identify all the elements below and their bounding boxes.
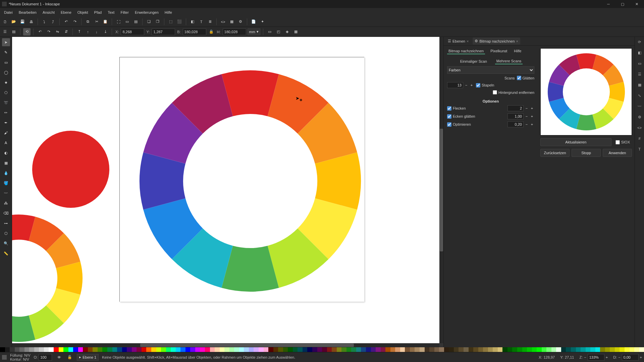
new-doc-button[interactable]: 🗋 <box>1 18 9 25</box>
palette-swatch[interactable] <box>527 347 532 352</box>
palette-swatch[interactable] <box>283 347 288 352</box>
palette-swatch[interactable] <box>610 347 615 352</box>
subtab-help[interactable]: Hilfe <box>513 48 523 54</box>
minus-icon[interactable]: − <box>464 82 469 88</box>
palette-swatch[interactable] <box>322 347 327 352</box>
palette-swatch[interactable] <box>571 347 576 352</box>
ellipse-tool[interactable]: ◯ <box>2 68 10 76</box>
palette-swatch[interactable] <box>29 347 34 352</box>
menu-pfad[interactable]: Pfad <box>92 9 105 16</box>
dock-object-icon[interactable]: ▭ <box>637 60 643 66</box>
plus-icon[interactable]: + <box>530 121 534 127</box>
palette-swatch[interactable] <box>68 347 73 352</box>
menu-text[interactable]: Text <box>105 9 117 16</box>
palette-swatch[interactable] <box>537 347 542 352</box>
palette-swatch[interactable] <box>478 347 483 352</box>
palette-swatch[interactable] <box>425 347 430 352</box>
palette-swatch[interactable] <box>317 347 322 352</box>
rotate-cw-icon[interactable]: + <box>640 355 642 359</box>
palette-swatch[interactable] <box>400 347 405 352</box>
minimize-button[interactable]: ─ <box>604 1 612 7</box>
menu-objekt[interactable]: Objekt <box>75 9 91 16</box>
palette-swatch[interactable] <box>341 347 346 352</box>
palette-swatch[interactable] <box>215 347 220 352</box>
palette-swatch[interactable] <box>381 347 386 352</box>
fill-stroke-button[interactable]: ◧ <box>189 18 196 25</box>
zoom-selection-button[interactable]: ⛶ <box>115 18 122 25</box>
redo-button[interactable]: ↷ <box>71 18 78 25</box>
save-button[interactable]: 💾 <box>19 18 26 25</box>
optimize-checkbox[interactable]: Optimieren <box>447 122 505 127</box>
palette-swatch[interactable] <box>439 347 444 352</box>
spray-tool[interactable]: ⁂ <box>2 199 10 207</box>
palette-swatch[interactable] <box>429 347 434 352</box>
menu-hilfe[interactable]: Hilfe <box>162 9 175 16</box>
palette-swatch[interactable] <box>10 347 15 352</box>
palette-swatch[interactable] <box>415 347 420 352</box>
palette-swatch[interactable] <box>556 347 561 352</box>
select-all-button[interactable]: ▤ <box>10 28 17 36</box>
bezier-tool[interactable]: ✒ <box>2 119 10 127</box>
maximize-button[interactable]: ▢ <box>619 1 627 7</box>
palette-swatch[interactable] <box>278 347 283 352</box>
plus-icon[interactable]: + <box>530 113 534 119</box>
partial-wheel-object[interactable] <box>12 211 86 345</box>
color-wheel-object[interactable] <box>136 67 364 295</box>
minus-icon[interactable]: − <box>524 105 529 111</box>
palette-swatch[interactable] <box>171 347 176 352</box>
palette-swatch[interactable] <box>73 347 78 352</box>
palette-swatch[interactable] <box>434 347 439 352</box>
palette-swatch[interactable] <box>600 347 605 352</box>
dropper-tool[interactable]: 💧 <box>2 169 10 177</box>
optimize-input[interactable] <box>507 121 524 127</box>
dock-fill-icon[interactable]: ◧ <box>637 50 643 56</box>
palette-swatch[interactable] <box>620 347 625 352</box>
plus-icon[interactable]: + <box>530 105 534 111</box>
speckles-checkbox[interactable]: Flecken <box>447 106 505 111</box>
palette-swatch[interactable] <box>63 347 68 352</box>
palette-swatch[interactable] <box>107 347 112 352</box>
palette-swatch[interactable] <box>385 347 390 352</box>
undo-button[interactable]: ↶ <box>62 18 70 25</box>
palette-swatch[interactable] <box>0 347 5 352</box>
palette-swatch[interactable] <box>234 347 239 352</box>
open-button[interactable]: 📂 <box>10 18 17 25</box>
eraser-tool[interactable]: ⌫ <box>2 209 10 217</box>
palette-swatch[interactable] <box>88 347 93 352</box>
dock-arrow-icon[interactable]: ⟳ <box>637 39 643 45</box>
palette-swatch[interactable] <box>161 347 166 352</box>
mesh-tool[interactable]: ▦ <box>2 159 10 167</box>
move-patterns-button[interactable]: ▦ <box>292 28 300 36</box>
palette-swatch[interactable] <box>459 347 464 352</box>
palette-swatch[interactable] <box>190 347 195 352</box>
palette-swatch[interactable] <box>581 347 586 352</box>
palette-swatch[interactable] <box>327 347 332 352</box>
palette-swatch[interactable] <box>332 347 337 352</box>
update-button[interactable]: Aktualisieren <box>540 138 611 146</box>
plus-icon[interactable]: + <box>469 82 474 88</box>
calligraphy-tool[interactable]: 🖌 <box>2 129 10 137</box>
palette-swatch[interactable] <box>469 347 474 352</box>
palette-swatch[interactable] <box>137 347 142 352</box>
palette-swatch[interactable] <box>488 347 493 352</box>
zoom-tool[interactable]: 🔍 <box>2 239 10 247</box>
dock-trace-icon[interactable]: ⚙ <box>637 114 643 120</box>
import-button[interactable]: ⤵ <box>41 18 48 25</box>
palette-swatch[interactable] <box>595 347 600 352</box>
palette-swatch[interactable] <box>176 347 181 352</box>
connector-tool[interactable]: ⊶ <box>2 219 10 227</box>
rotate-ccw-icon[interactable]: − <box>618 355 620 359</box>
palette-swatch[interactable] <box>122 347 127 352</box>
menu-ansicht[interactable]: Ansicht <box>40 9 57 16</box>
palette-swatch[interactable] <box>268 347 273 352</box>
selector-tool[interactable]: ➤ <box>2 38 10 46</box>
palette-swatch[interactable] <box>239 347 244 352</box>
zoom-out-icon[interactable]: − <box>584 355 586 359</box>
palette-swatch[interactable] <box>498 347 503 352</box>
palette-swatch[interactable] <box>542 347 547 352</box>
node-tool[interactable]: ✎ <box>2 48 10 56</box>
dock-transform-icon[interactable]: ⤡ <box>637 93 643 99</box>
palette-swatch[interactable] <box>405 347 410 352</box>
palette-swatch[interactable] <box>546 347 551 352</box>
rotate-input[interactable] <box>622 354 639 361</box>
